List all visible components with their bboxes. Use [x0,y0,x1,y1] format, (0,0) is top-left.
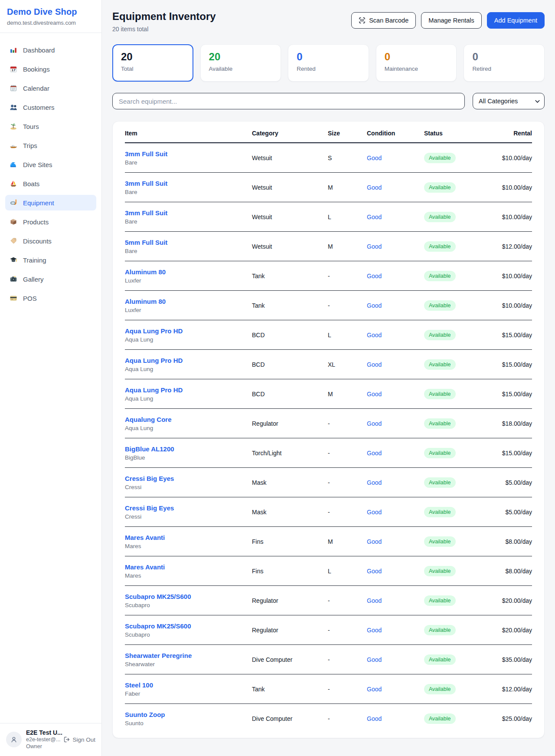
equipment-item-link[interactable]: Aluminum 80 [125,268,166,276]
condition-cell: Good [367,686,424,693]
equipment-item-link[interactable]: Suunto Zoop [125,711,165,718]
equipment-item-link[interactable]: Cressi Big Eyes [125,475,174,482]
sidebar-item-training[interactable]: Training [5,252,96,268]
sidebar-item-discounts[interactable]: Discounts [5,233,96,249]
sidebar-item-label: Discounts [23,237,52,245]
sidebar-item-dashboard[interactable]: Dashboard [5,42,96,58]
condition-link[interactable]: Good [367,391,382,398]
sidebar-item-boats[interactable]: Boats [5,176,96,191]
condition-link[interactable]: Good [367,332,382,339]
equipment-item-link[interactable]: Scubapro MK25/S600 [125,622,191,630]
condition-link[interactable]: Good [367,273,382,279]
equipment-size: L [328,214,367,220]
condition-link[interactable]: Good [367,627,382,634]
status-badge: Available [424,448,456,458]
equipment-item-link[interactable]: Aqua Lung Pro HD [125,327,183,335]
sidebar-item-label: Equipment [23,199,54,207]
equipment-category: Fins [252,568,328,575]
equipment-size: M [328,243,367,250]
category-select[interactable]: All Categories [473,93,545,109]
equipment-item-link[interactable]: 3mm Full Suit [125,150,167,158]
condition-cell: Good [367,361,424,368]
equipment-size: - [328,686,367,693]
equipment-item-link[interactable]: 3mm Full Suit [125,209,167,217]
item-cell: BigBlue AL1200 BigBlue [125,445,252,461]
condition-cell: Good [367,302,424,309]
condition-link[interactable]: Good [367,184,382,191]
equipment-item-link[interactable]: Cressi Big Eyes [125,504,174,512]
condition-link[interactable]: Good [367,302,382,309]
stat-card-rented[interactable]: 0 Rented [288,44,369,82]
sidebar-item-calendar[interactable]: Calendar [5,80,96,96]
stat-card-retired[interactable]: 0 Retired [464,44,545,82]
equipment-item-brand: Scubapro [125,602,252,608]
condition-cell: Good [367,597,424,604]
equipment-item-link[interactable]: Steel 100 [125,681,153,689]
condition-link[interactable]: Good [367,509,382,516]
table-body: 3mm Full Suit Bare Wetsuit S Good Availa… [125,143,532,733]
sidebar-item-label: Calendar [23,85,49,92]
user-info: E2E Test U... e2e-tester@... Sign Out Ow… [26,729,95,749]
sidebar-item-pos[interactable]: POS [5,290,96,306]
add-equipment-button[interactable]: Add Equipment [487,12,545,29]
condition-link[interactable]: Good [367,243,382,250]
condition-link[interactable]: Good [367,450,382,457]
sidebar-item-dive-sites[interactable]: Dive Sites [5,157,96,172]
sidebar-item-products[interactable]: Products [5,214,96,230]
column-header-rental: Rental [489,130,532,137]
package-icon [10,218,17,226]
condition-link[interactable]: Good [367,361,382,368]
scan-barcode-button[interactable]: Scan Barcode [351,12,416,29]
equipment-item-link[interactable]: Mares Avanti [125,534,165,541]
stat-card-maintenance[interactable]: 0 Maintenance [376,44,457,82]
manage-rentals-button[interactable]: Manage Rentals [421,12,482,29]
condition-link[interactable]: Good [367,715,382,722]
condition-link[interactable]: Good [367,568,382,575]
equipment-item-link[interactable]: Aluminum 80 [125,298,166,305]
search-input[interactable] [112,93,465,109]
equipment-item-link[interactable]: Shearwater Peregrine [125,652,192,659]
sign-out-button[interactable]: Sign Out [63,736,95,743]
condition-link[interactable]: Good [367,214,382,220]
table-row: 3mm Full Suit Bare Wetsuit S Good Availa… [125,143,532,173]
sidebar-item-customers[interactable]: Customers [5,99,96,115]
equipment-size: - [328,450,367,457]
condition-link[interactable]: Good [367,479,382,486]
sidebar-item-tours[interactable]: Tours [5,118,96,134]
stat-value: 0 [297,51,360,62]
sign-out-icon [63,736,70,743]
equipment-item-link[interactable]: Mares Avanti [125,563,165,571]
status-cell: Available [424,389,489,399]
equipment-item-link[interactable]: 5mm Full Suit [125,239,167,246]
table-row: 3mm Full Suit Bare Wetsuit M Good Availa… [125,173,532,202]
stat-card-total[interactable]: 20 Total [112,44,193,82]
condition-link[interactable]: Good [367,686,382,693]
condition-link[interactable]: Good [367,154,382,161]
rental-price: $20.00/day [489,627,532,634]
status-badge: Available [424,566,456,576]
condition-link[interactable]: Good [367,656,382,663]
condition-link[interactable]: Good [367,538,382,545]
sidebar-item-gallery[interactable]: Gallery [5,271,96,287]
equipment-item-link[interactable]: Aqualung Core [125,416,172,423]
wave-icon [10,161,17,168]
equipment-item-link[interactable]: Aqua Lung Pro HD [125,386,183,394]
sidebar-item-equipment[interactable]: Equipment [5,195,96,210]
stat-card-available[interactable]: 20 Available [200,44,281,82]
equipment-item-link[interactable]: 3mm Full Suit [125,180,167,187]
condition-cell: Good [367,568,424,575]
condition-link[interactable]: Good [367,420,382,427]
equipment-item-link[interactable]: Scubapro MK25/S600 [125,593,191,600]
condition-link[interactable]: Good [367,597,382,604]
equipment-category: Mask [252,479,328,486]
equipment-item-link[interactable]: Aqua Lung Pro HD [125,357,183,364]
sidebar-item-bookings[interactable]: 17 Bookings [5,61,96,77]
tag-icon [10,237,17,245]
rental-price: $15.00/day [489,450,532,457]
condition-cell: Good [367,479,424,486]
header-actions: Scan Barcode Manage Rentals Add Equipmen… [351,10,545,29]
equipment-item-link[interactable]: BigBlue AL1200 [125,445,174,453]
sidebar-item-label: Gallery [23,276,44,283]
equipment-category: BCD [252,391,328,398]
sidebar-item-trips[interactable]: Trips [5,138,96,153]
